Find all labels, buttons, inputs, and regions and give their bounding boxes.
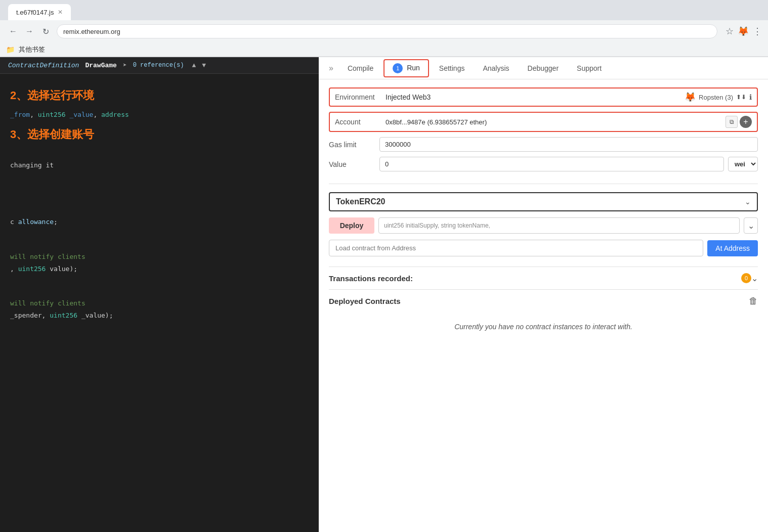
- load-address-input[interactable]: [329, 240, 703, 256]
- reload-button[interactable]: ↻: [38, 24, 53, 38]
- no-contracts-message: Currently you have no contract instances…: [329, 315, 758, 339]
- gas-limit-row: Gas limit: [329, 137, 758, 152]
- deploy-row: Deploy ⌄: [329, 217, 758, 234]
- tab-compile[interactable]: Compile: [339, 61, 381, 75]
- deployed-header: Deployed Contracts 🗑: [329, 296, 758, 306]
- annotation-step3: 3、选择创建账号: [10, 125, 309, 144]
- code-line-allowance: c allowance;: [10, 216, 309, 228]
- tab-run-label: Run: [407, 64, 420, 72]
- remix-nav: » Compile 1 Run Settings Analysis Debugg…: [319, 57, 768, 79]
- tab-title: t.e67f0147.js: [16, 9, 54, 16]
- browser-right-icons: ☆ 🦊 ⋮: [726, 26, 762, 37]
- deploy-params-input[interactable]: [378, 217, 740, 234]
- divider-1: [329, 184, 758, 184]
- account-label: Account: [335, 118, 386, 126]
- browser-menu-icon[interactable]: ⋮: [753, 26, 762, 37]
- code-line-changing: changing it: [10, 159, 309, 171]
- tx-count-badge: 0: [741, 273, 751, 283]
- bookmark-folder-icon: 📁: [6, 46, 15, 54]
- code-panel: ContractDefinition DrawGame ➤ 0 referenc…: [0, 57, 319, 532]
- caret-down-icon[interactable]: ▼: [202, 62, 206, 69]
- tab-compile-label: Compile: [348, 64, 373, 72]
- value-input[interactable]: [379, 157, 724, 171]
- address-text: remix.ethereum.org: [63, 28, 120, 35]
- tab-settings[interactable]: Settings: [431, 61, 473, 75]
- annotation-step2: 2、选择运行环境: [10, 86, 309, 105]
- bookmark-star-icon[interactable]: ☆: [726, 26, 734, 37]
- contract-definition-label: ContractDefinition: [8, 62, 79, 69]
- arrow-icon: ➤: [123, 61, 127, 69]
- transactions-section[interactable]: Transactions recorded: 0 ⌄: [329, 267, 758, 289]
- tab-settings-label: Settings: [439, 64, 465, 72]
- contract-selector[interactable]: TokenERC20 ⌄: [329, 192, 758, 211]
- expand-deploy-icon[interactable]: ⌄: [744, 217, 758, 234]
- copy-icon[interactable]: ⧉: [726, 116, 738, 128]
- code-header: ContractDefinition DrawGame ➤ 0 referenc…: [0, 57, 319, 74]
- value-control: wei: [379, 157, 758, 171]
- tab-debugger[interactable]: Debugger: [520, 61, 567, 75]
- code-content: 2、选择运行环境 _from, uint256 _value, address …: [0, 74, 319, 330]
- contract-name-label: DrawGame: [85, 62, 116, 69]
- account-value: 0x8bf...9487e (6.938655727 ether): [386, 117, 726, 126]
- tab-support[interactable]: Support: [569, 61, 610, 75]
- at-address-button[interactable]: At Address: [707, 240, 758, 256]
- info-icon[interactable]: ℹ: [749, 93, 752, 101]
- gas-limit-label: Gas limit: [329, 141, 379, 149]
- code-line-notify2: will notify clients: [10, 297, 309, 309]
- nav-buttons: ← → ↻: [6, 24, 53, 38]
- metamask-icon: 🦊: [685, 92, 696, 103]
- transactions-label: Transactions recorded:: [329, 274, 737, 283]
- tab-debugger-label: Debugger: [528, 64, 559, 72]
- code-line-1: _from, uint256 _value, address: [10, 109, 309, 121]
- network-badge: Ropsten (3): [699, 94, 733, 101]
- env-right: 🦊 Ropsten (3) ⬆⬇ ℹ: [685, 92, 752, 103]
- code-line-uint256: , uint256 value);: [10, 263, 309, 275]
- deploy-button[interactable]: Deploy: [329, 217, 374, 234]
- tab-run[interactable]: 1 Run: [383, 59, 429, 77]
- environment-label: Environment: [335, 93, 386, 101]
- ref-count-label: 0 reference(s): [133, 62, 184, 69]
- back-button[interactable]: ←: [6, 24, 20, 38]
- code-line-notify1: will notify clients: [10, 251, 309, 263]
- environment-value: Injected Web3: [386, 93, 685, 101]
- step-indicator: 1: [393, 63, 403, 73]
- trash-icon[interactable]: 🗑: [749, 296, 758, 306]
- code-line-spender: _spender, uint256 _value);: [10, 309, 309, 322]
- network-select-icon[interactable]: ⬆⬇: [736, 94, 746, 101]
- deployed-contracts-section: Deployed Contracts 🗑 Currently you have …: [329, 289, 758, 345]
- contract-selector-name: TokenERC20: [336, 197, 745, 206]
- browser-tab[interactable]: t.e67f0147.js ✕: [8, 4, 71, 20]
- forward-button[interactable]: →: [22, 24, 36, 38]
- main-layout: ContractDefinition DrawGame ➤ 0 referenc…: [0, 57, 768, 532]
- add-account-icon[interactable]: +: [740, 116, 752, 128]
- transactions-chevron-icon: ⌄: [751, 274, 758, 283]
- tab-analysis-label: Analysis: [483, 64, 509, 72]
- gas-limit-input[interactable]: [379, 137, 758, 152]
- account-select[interactable]: 0x8bf...9487e (6.938655727 ether): [386, 118, 726, 126]
- tab-analysis[interactable]: Analysis: [475, 61, 517, 75]
- value-row: Value wei: [329, 157, 758, 171]
- value-label: Value: [329, 160, 379, 168]
- environment-row: Environment Injected Web3 🦊 Ropsten (3) …: [329, 87, 758, 107]
- account-icons: ⧉ +: [726, 116, 752, 128]
- browser-chrome: t.e67f0147.js ✕ ← → ↻ remix.ethereum.org…: [0, 0, 768, 57]
- metamask-fox-icon[interactable]: 🦊: [738, 26, 749, 37]
- tab-close-icon[interactable]: ✕: [58, 9, 63, 16]
- account-row: Account 0x8bf...9487e (6.938655727 ether…: [329, 112, 758, 132]
- address-bar[interactable]: remix.ethereum.org: [57, 24, 717, 38]
- browser-toolbar: ← → ↻ remix.ethereum.org ☆ 🦊 ⋮: [0, 20, 768, 42]
- chevron-down-icon: ⌄: [745, 198, 751, 206]
- tab-support-label: Support: [577, 64, 602, 72]
- bookmark-bar: 📁 其他书签: [0, 42, 768, 57]
- double-chevron-icon: »: [329, 64, 333, 73]
- browser-tab-bar: t.e67f0147.js ✕: [0, 0, 768, 20]
- caret-up-icon[interactable]: ▲: [192, 62, 196, 69]
- load-contract-row: At Address: [329, 240, 758, 256]
- right-panel: » Compile 1 Run Settings Analysis Debugg…: [319, 57, 768, 532]
- bookmark-label[interactable]: 其他书签: [19, 45, 45, 54]
- deployed-contracts-title: Deployed Contracts: [329, 297, 749, 305]
- wei-select[interactable]: wei: [728, 157, 758, 171]
- run-panel: Environment Injected Web3 🦊 Ropsten (3) …: [319, 79, 768, 353]
